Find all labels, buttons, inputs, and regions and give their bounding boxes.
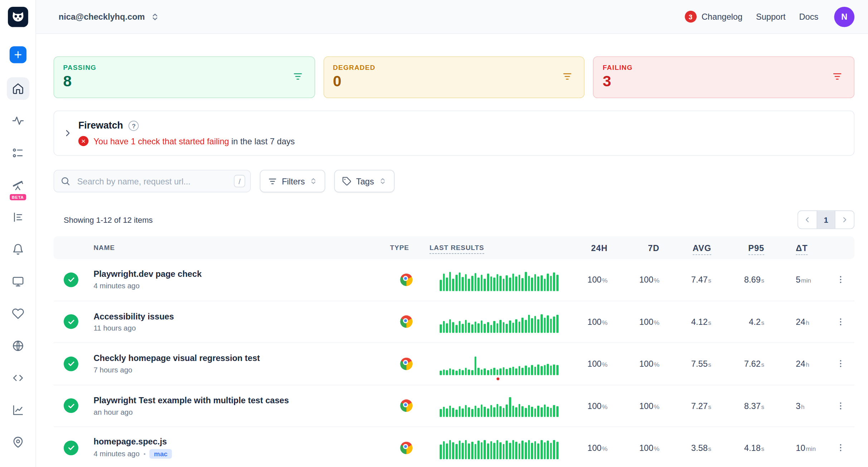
row-menu-button[interactable] — [833, 315, 849, 329]
value-p95: 8.69s — [711, 275, 764, 285]
table-row[interactable]: Checkly homepage visual regression test … — [54, 343, 855, 385]
tags-button[interactable]: Tags — [334, 170, 394, 192]
table-row[interactable]: Playwright Test example with multiple te… — [54, 385, 855, 427]
chrome-icon — [400, 316, 413, 328]
failing-card[interactable]: FAILING 3 — [593, 57, 854, 98]
checkly-logo[interactable] — [8, 7, 28, 27]
last-results-sparkline[interactable] — [440, 268, 561, 291]
col-dt[interactable]: ΔT — [764, 243, 824, 252]
bell-icon — [11, 243, 24, 256]
filter-degraded-icon[interactable] — [562, 71, 573, 84]
check-name[interactable]: Checkly homepage visual regression test — [93, 353, 390, 363]
value-24h: 100% — [565, 275, 608, 285]
check-meta: 4 minutes ago•mac — [93, 449, 390, 459]
sidebar-item-alerts[interactable] — [6, 238, 29, 261]
changelog-link[interactable]: Changelog — [702, 12, 742, 21]
row-menu-button[interactable] — [833, 399, 849, 413]
check-meta: 4 minutes ago — [93, 281, 390, 290]
chrome-icon — [400, 400, 413, 412]
table-row[interactable]: homepage.spec.js 4 minutes ago•mac 100% … — [54, 427, 855, 467]
table-row[interactable]: Accessibility issues 11 hours ago 100% 1… — [54, 301, 855, 343]
passing-label: PASSING — [63, 64, 96, 72]
value-24h: 100% — [565, 317, 608, 327]
status-passing-icon — [64, 399, 78, 413]
sidebar-item-checks[interactable] — [6, 141, 29, 164]
check-name[interactable]: Playwright Test example with multiple te… — [93, 395, 390, 405]
chevron-left-icon — [803, 216, 812, 224]
sidebar-item-detect-beta[interactable]: BETA — [6, 174, 29, 196]
failing-count: 3 — [603, 74, 633, 89]
sidebar-item-logs[interactable] — [6, 206, 29, 228]
firewatch-panel: Firewatch ? ✕ You have 1 check that star… — [54, 111, 855, 156]
col-avg[interactable]: AVG — [659, 243, 711, 252]
last-results-sparkline[interactable] — [440, 310, 561, 333]
check-name[interactable]: Playwright.dev page check — [93, 269, 390, 279]
passing-card[interactable]: PASSING 8 — [54, 57, 315, 98]
account-switcher[interactable]: nica@checklyhq.com — [59, 12, 160, 21]
user-avatar[interactable]: N — [834, 6, 854, 27]
pulse-icon — [11, 115, 24, 127]
degraded-label: DEGRADED — [333, 64, 375, 72]
row-menu-button[interactable] — [833, 273, 849, 287]
firewatch-alert: ✕ You have 1 check that started failingi… — [78, 136, 295, 146]
map-pin-icon — [11, 436, 24, 449]
sidebar-item-traces[interactable] — [6, 110, 29, 132]
last-results-sparkline[interactable] — [440, 395, 561, 417]
help-icon[interactable]: ? — [129, 121, 139, 131]
table-header: NAME TYPE LAST RESULTS 24H 7D AVG P95 ΔT — [54, 236, 855, 259]
search-icon — [60, 176, 70, 186]
docs-link[interactable]: Docs — [799, 12, 818, 21]
sidebar-item-cli[interactable] — [6, 367, 29, 389]
value-7d: 100% — [608, 275, 659, 285]
failure-marker-dot — [497, 377, 499, 380]
value-avg: 7.47s — [659, 275, 711, 285]
check-meta: an hour ago — [93, 408, 390, 417]
kebab-icon — [836, 443, 845, 453]
sidebar-item-locations[interactable] — [6, 431, 29, 454]
table-row[interactable]: Playwright.dev page check 4 minutes ago … — [54, 259, 855, 301]
checks-table: NAME TYPE LAST RESULTS 24H 7D AVG P95 ΔT… — [54, 236, 855, 467]
passing-count: 8 — [63, 74, 96, 89]
search-shortcut-hint: / — [234, 175, 245, 187]
check-meta: 7 hours ago — [93, 366, 390, 374]
row-menu-button[interactable] — [833, 357, 849, 371]
filters-button[interactable]: Filters — [260, 170, 325, 192]
col-last-results[interactable]: LAST RESULTS — [429, 244, 565, 252]
support-link[interactable]: Support — [756, 12, 786, 21]
row-menu-button[interactable] — [833, 441, 849, 455]
sidebar: BETA — [0, 0, 36, 467]
check-tag-badge[interactable]: mac — [150, 449, 172, 459]
check-name[interactable]: Accessibility issues — [93, 311, 390, 321]
sidebar-item-status-pages[interactable] — [6, 302, 29, 325]
check-name[interactable]: homepage.spec.js — [93, 437, 390, 447]
sidebar-item-home[interactable] — [6, 77, 29, 100]
value-avg: 3.58s — [659, 443, 711, 453]
filter-failing-icon[interactable] — [832, 71, 843, 84]
create-new-button[interactable] — [9, 46, 26, 63]
filter-passing-icon[interactable] — [292, 71, 303, 84]
kebab-icon — [836, 317, 845, 327]
firewatch-alert-rest: in the last 7 days — [231, 136, 295, 146]
last-results-sparkline[interactable] — [440, 437, 561, 459]
value-7d: 100% — [608, 317, 659, 327]
prev-page-button[interactable] — [798, 211, 817, 228]
filter-lines-icon — [268, 176, 277, 186]
table-body: Playwright.dev page check 4 minutes ago … — [54, 259, 855, 467]
changelog-count-badge[interactable]: 3 — [685, 11, 697, 23]
value-24h: 100% — [565, 401, 608, 411]
search-input[interactable] — [54, 170, 251, 192]
sidebar-item-dashboards[interactable] — [6, 270, 29, 293]
firewatch-expand-button[interactable] — [62, 127, 73, 139]
sidebar-item-analytics[interactable] — [6, 399, 29, 422]
sidebar-item-private-locations[interactable] — [6, 334, 29, 357]
col-p95[interactable]: P95 — [711, 243, 764, 252]
value-dt: 24h — [764, 317, 824, 327]
account-email: nica@checklyhq.com — [59, 12, 145, 21]
next-page-button[interactable] — [835, 211, 854, 228]
monitor-icon — [11, 275, 24, 288]
current-page[interactable]: 1 — [817, 211, 835, 228]
degraded-card[interactable]: DEGRADED 0 — [323, 57, 585, 98]
chevron-up-down-icon — [309, 177, 317, 185]
col-name: NAME — [93, 244, 390, 252]
last-results-sparkline[interactable] — [440, 352, 561, 375]
